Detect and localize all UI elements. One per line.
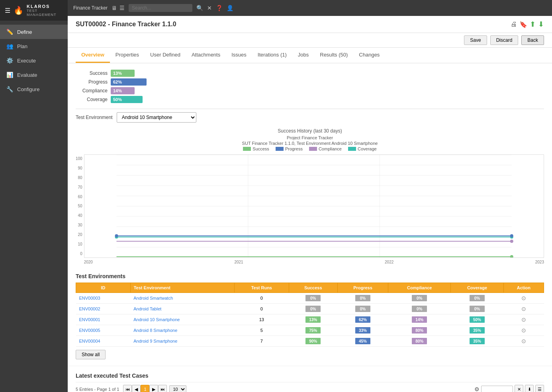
user-icon[interactable]: 👤 xyxy=(227,5,233,11)
cell-compliance: 0% xyxy=(388,293,451,304)
table-row: ENV00002 Android Tablet 0 0% 0% 0% 0% ⊙ xyxy=(76,304,544,314)
cell-success: 90% xyxy=(289,336,337,347)
action-button[interactable]: ⊙ xyxy=(521,316,526,323)
cell-action[interactable]: ⊙ xyxy=(503,314,544,325)
sidebar: ☰ 🔥 KLAROS TEST MANAGEMENT ✏️ Define 👥 P… xyxy=(0,0,68,392)
action-button[interactable]: ⊙ xyxy=(521,306,526,312)
environments-section: Test Environments ID Test Environment Te… xyxy=(76,273,544,359)
cell-id[interactable]: ENV00003 xyxy=(76,293,131,304)
cell-id[interactable]: ENV00004 xyxy=(76,336,131,347)
pencil-icon: ✏️ xyxy=(6,29,13,35)
sidebar-item-define[interactable]: ✏️ Define xyxy=(0,25,68,39)
chart-section: Success History (last 30 days) Project F… xyxy=(76,128,544,265)
stat-label-compliance: Compliance xyxy=(76,88,108,94)
tab-attachments[interactable]: Attachments xyxy=(186,48,226,63)
page-prev-btn[interactable]: ◀ xyxy=(132,385,141,392)
chart-y-axis: 100 90 80 70 60 50 40 30 20 10 0 xyxy=(76,154,84,258)
action-button[interactable]: ⊙ xyxy=(521,295,526,301)
cell-coverage: 35% xyxy=(451,336,504,347)
legend-coverage: Coverage xyxy=(348,146,377,151)
cell-env[interactable]: Android Smartwatch xyxy=(130,293,234,304)
cell-action[interactable]: ⊙ xyxy=(503,293,544,304)
cell-env[interactable]: Android 8 Smartphone xyxy=(130,325,234,336)
tab-changes[interactable]: Changes xyxy=(353,48,385,63)
hamburger-icon[interactable]: ☰ xyxy=(5,7,10,14)
tab-properties[interactable]: Properties xyxy=(110,48,145,63)
show-all-button[interactable]: Show all xyxy=(76,350,106,359)
nav-next-icon[interactable]: ⬇ xyxy=(538,20,544,29)
tab-jobs[interactable]: Jobs xyxy=(292,48,314,63)
stat-bar-success: 13% xyxy=(111,70,135,77)
cell-env[interactable]: Android 10 Smartphone xyxy=(130,314,234,325)
cell-env[interactable]: Android 9 Smartphone xyxy=(130,336,234,347)
environments-section-title: Test Environments xyxy=(76,273,544,279)
cell-id[interactable]: ENV00002 xyxy=(76,304,131,314)
legend-compliance-label: Compliance xyxy=(319,146,342,151)
chart-subtitle1: Project Finance Tracker xyxy=(76,135,544,140)
x-label-2023: 2023 xyxy=(535,260,544,264)
table-tools: ⚙ ✕ ⬇ ☰ xyxy=(474,385,544,392)
bookmark-icon[interactable]: 🔖 xyxy=(519,21,527,28)
monitor-icon[interactable]: 🖥 xyxy=(112,5,117,11)
cell-runs: 7 xyxy=(234,336,289,347)
cell-env[interactable]: Android Tablet xyxy=(130,304,234,314)
page-header: SUT00002 - Finance Tracker 1.1.0 🖨 🔖 ⬆ ⬇ xyxy=(68,16,552,33)
close-icon[interactable]: ✕ xyxy=(207,5,212,11)
cell-compliance: 14% xyxy=(388,314,451,325)
table-row: ENV00005 Android 8 Smartphone 5 75% 33% … xyxy=(76,325,544,336)
legend-progress-label: Progress xyxy=(285,146,303,151)
sidebar-item-evaluate[interactable]: 📊 Evaluate xyxy=(0,68,68,82)
legend-progress: Progress xyxy=(276,146,303,151)
wrench-icon: 🔧 xyxy=(6,86,13,92)
chart-x-axis: 2020 2021 2022 2023 xyxy=(84,259,544,265)
tabs: Overview Properties User Defined Attachm… xyxy=(68,48,552,63)
global-search-input[interactable] xyxy=(129,4,192,12)
search-icon[interactable]: 🔍 xyxy=(196,5,203,11)
cell-progress: 33% xyxy=(337,325,388,336)
sidebar-label-plan: Plan xyxy=(17,43,27,49)
page-size-select[interactable]: 10 25 50 xyxy=(169,385,186,392)
tab-user-defined[interactable]: User Defined xyxy=(145,48,186,63)
page-next-btn[interactable]: ▶ xyxy=(149,385,158,392)
cell-action[interactable]: ⊙ xyxy=(503,325,544,336)
tab-overview[interactable]: Overview xyxy=(76,48,110,63)
list-icon[interactable]: ☰ xyxy=(119,5,125,11)
discard-button[interactable]: Discard xyxy=(490,35,519,45)
table-search-input[interactable] xyxy=(481,386,513,392)
filter-icon[interactable]: ⚙ xyxy=(474,386,480,392)
svg-point-22 xyxy=(510,234,513,237)
tab-results[interactable]: Results (50) xyxy=(314,48,353,63)
tab-iterations[interactable]: Iterations (1) xyxy=(252,48,292,63)
chart-legend: Success Progress Compliance Coverage xyxy=(76,146,544,151)
page-current-btn[interactable]: 1 xyxy=(141,385,149,392)
action-button[interactable]: ⊙ xyxy=(521,327,526,333)
page-last-btn[interactable]: ⏭ xyxy=(158,385,167,392)
stat-label-coverage: Coverage xyxy=(76,97,108,102)
save-button[interactable]: Save xyxy=(464,35,487,45)
cell-progress: 0% xyxy=(337,293,388,304)
col-header-action: Action xyxy=(503,283,544,293)
nav-prev-icon[interactable]: ⬆ xyxy=(530,20,536,29)
table-search-clear-btn[interactable]: ✕ xyxy=(515,385,523,392)
help-icon[interactable]: ❓ xyxy=(216,5,223,11)
legend-progress-color xyxy=(276,147,284,151)
sidebar-item-execute[interactable]: ⚙️ Execute xyxy=(0,53,68,68)
sidebar-item-configure[interactable]: 🔧 Configure xyxy=(0,82,68,96)
sidebar-item-plan[interactable]: 👥 Plan xyxy=(0,39,68,53)
x-label-2022: 2022 xyxy=(385,260,393,264)
cell-action[interactable]: ⊙ xyxy=(503,304,544,314)
cell-id[interactable]: ENV00001 xyxy=(76,314,131,325)
table-export-btn[interactable]: ⬇ xyxy=(525,385,534,392)
action-button[interactable]: ⊙ xyxy=(521,338,526,344)
back-button[interactable]: Back xyxy=(521,35,544,45)
test-environment-select[interactable]: Android 10 Smartphone Android 8 Smartpho… xyxy=(117,112,196,123)
print-icon[interactable]: 🖨 xyxy=(511,21,517,28)
page-first-btn[interactable]: ⏮ xyxy=(123,385,132,392)
cell-action[interactable]: ⊙ xyxy=(503,336,544,347)
tab-issues[interactable]: Issues xyxy=(226,48,252,63)
stat-bar-compliance: 14% xyxy=(111,87,135,94)
topbar-icons: 🖥 ☰ xyxy=(112,5,125,11)
table-columns-btn[interactable]: ☰ xyxy=(535,385,544,392)
col-header-progress: Progress xyxy=(337,283,388,293)
cell-id[interactable]: ENV00005 xyxy=(76,325,131,336)
